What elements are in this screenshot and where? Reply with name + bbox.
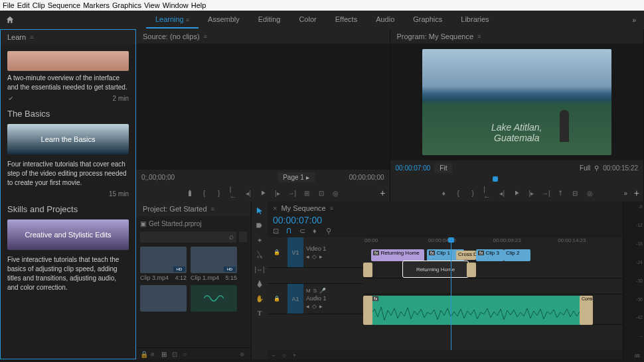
solo-button[interactable]: S	[313, 288, 317, 294]
transition[interactable]	[467, 263, 476, 277]
export-frame-icon[interactable]: ◎	[332, 189, 340, 197]
add-keyframe-icon[interactable]: ◇	[312, 253, 317, 260]
bin-item[interactable]	[140, 285, 187, 312]
overflow-icon[interactable]: »	[623, 190, 627, 197]
audio-transition[interactable]	[363, 296, 372, 325]
step-back-icon[interactable]: ◂|	[244, 189, 252, 197]
ripple-edit-tool-icon[interactable]: ✦	[254, 235, 265, 245]
add-marker-icon[interactable]	[186, 189, 194, 197]
nest-icon[interactable]: ⊡	[273, 227, 282, 236]
workspace-learning[interactable]: Learning ≡	[146, 11, 199, 29]
video-track[interactable]: fxReturning Home fxClip 1 Cross D fxClip…	[363, 248, 623, 278]
search-bin-icon[interactable]	[239, 231, 247, 242]
source-tc-left[interactable]: 0;,00;00;00	[141, 174, 175, 181]
lift-icon[interactable]: ⤒	[556, 189, 564, 197]
menu-clip[interactable]: Clip	[33, 1, 45, 9]
sort-icon[interactable]: ≡	[240, 351, 247, 357]
project-tab[interactable]: Project: Get Started ≡	[136, 202, 251, 216]
audio-track[interactable]: fx Const	[363, 294, 623, 325]
audio-meters[interactable]: -6 -12 -18 -24 -30 -36 -42 -- dB	[623, 202, 644, 359]
menu-graphics[interactable]: Graphics	[112, 1, 141, 9]
clip-thumbnail[interactable]: Returning Home	[403, 261, 468, 277]
workspace-color[interactable]: Color	[289, 11, 325, 29]
source-tab[interactable]: Source: (no clips) ≡	[136, 29, 390, 44]
play-icon[interactable]	[259, 189, 267, 197]
go-in-icon[interactable]: |←	[230, 189, 238, 197]
menu-window[interactable]: Window	[163, 1, 189, 9]
freeform-view-icon[interactable]: ⊡	[172, 351, 179, 357]
zoom-fit[interactable]: Fit	[434, 163, 452, 173]
program-ruler[interactable]	[397, 176, 637, 184]
zoom-slider[interactable]: ○	[282, 352, 287, 357]
button-editor-icon[interactable]: +	[634, 188, 639, 198]
search-input[interactable]	[140, 231, 236, 243]
program-tab[interactable]: Program: My Sequence ≡	[390, 29, 644, 44]
project-file[interactable]: ▣ Get Started.prproj	[140, 219, 247, 229]
timeline-tab[interactable]: × My Sequence ≡	[268, 202, 623, 215]
audio-effect[interactable]: Const	[580, 296, 593, 325]
list-view-icon[interactable]: ≡	[151, 351, 157, 357]
snap-icon[interactable]: ᑎ	[286, 227, 295, 236]
clip-2[interactable]: Clip 2	[504, 249, 530, 261]
overflow-icon[interactable]: »	[629, 14, 639, 27]
razor-tool-icon[interactable]	[254, 249, 265, 260]
prev-keyframe-icon[interactable]: ◂	[306, 253, 309, 260]
add-marker-icon[interactable]: ♦	[440, 189, 447, 197]
bin-item[interactable]: HD Clip 1.mp45:15	[191, 247, 237, 281]
insert-icon[interactable]: ⊞	[303, 189, 311, 197]
mark-out-icon[interactable]: }	[215, 189, 223, 197]
voiceover-icon[interactable]: 🎤	[319, 288, 326, 294]
workspace-assembly[interactable]: Assembly	[199, 11, 249, 29]
go-in-icon[interactable]: |←	[483, 189, 491, 197]
lock-track-icon[interactable]: 🔒	[274, 296, 282, 302]
zoom-slider[interactable]: ○	[183, 351, 189, 357]
step-fwd-icon[interactable]: |▸	[527, 189, 535, 197]
zoom-full[interactable]: Full	[580, 164, 590, 172]
source-tc-right[interactable]: 00;00;00;00	[349, 174, 384, 181]
skills-card[interactable]: Creative and Stylistic Edits	[7, 219, 129, 250]
panel-menu-icon[interactable]: ≡	[330, 205, 333, 211]
mark-out-icon[interactable]: }	[469, 189, 477, 197]
lock-track-icon[interactable]: 🔒	[274, 249, 282, 256]
track-select-tool-icon[interactable]	[254, 220, 265, 231]
next-keyframe-icon[interactable]: ▸	[319, 253, 323, 260]
play-icon[interactable]	[513, 189, 521, 197]
step-fwd-icon[interactable]: |▸	[274, 189, 282, 197]
workspace-graphics[interactable]: Graphics	[404, 11, 451, 29]
panel-menu-icon[interactable]: ≡	[477, 33, 481, 40]
go-out-icon[interactable]: →|	[288, 189, 296, 197]
audio-clip[interactable]: fx	[371, 296, 582, 325]
clip-returning-home[interactable]: fxReturning Home	[371, 249, 424, 261]
timeline-tracks[interactable]: :00:00 00:00:04:23 00:00:09:23 00:00:14:…	[363, 237, 623, 350]
menu-view[interactable]: View	[144, 1, 160, 9]
icon-view-icon[interactable]: ⊞	[161, 351, 168, 357]
close-icon[interactable]: ×	[273, 204, 277, 212]
mute-button[interactable]: M	[306, 288, 311, 294]
workspace-audio[interactable]: Audio	[366, 11, 404, 29]
home-icon[interactable]	[5, 15, 15, 25]
menu-edit[interactable]: Edit	[17, 1, 30, 9]
transition-cross[interactable]: Cross D	[456, 251, 476, 260]
link-icon[interactable]: ⊂	[299, 227, 309, 236]
mark-in-icon[interactable]: {	[201, 189, 208, 197]
clip-3[interactable]: fxClip 3	[476, 249, 504, 261]
step-back-icon[interactable]: ◂|	[498, 189, 506, 197]
menubar[interactable]: File Edit Clip Sequence Markers Graphics…	[0, 0, 644, 11]
extract-icon[interactable]: ⊟	[571, 189, 579, 197]
timeline-timecode[interactable]: 00:00:07:00	[268, 215, 623, 225]
pen-tool-icon[interactable]	[254, 278, 265, 289]
bin-item[interactable]	[191, 285, 237, 312]
program-tc[interactable]: 00:00:07:00	[396, 164, 431, 172]
workspace-libraries[interactable]: Libraries	[451, 11, 498, 29]
button-editor-icon[interactable]: +	[380, 188, 385, 198]
basics-card[interactable]: Learn the Basics	[7, 124, 129, 154]
slip-tool-icon[interactable]: |↔|	[254, 264, 265, 274]
source-page[interactable]: Page 1 ▸	[278, 172, 314, 182]
go-out-icon[interactable]: →|	[542, 189, 550, 197]
menu-help[interactable]: Help	[191, 1, 206, 9]
program-playhead[interactable]	[493, 176, 498, 182]
mark-in-icon[interactable]: {	[454, 189, 462, 197]
bin-item[interactable]: HD Clip 3.mp44:12	[140, 247, 187, 281]
type-tool-icon[interactable]: T	[254, 308, 265, 318]
settings-icon[interactable]: ⚲	[326, 227, 335, 236]
